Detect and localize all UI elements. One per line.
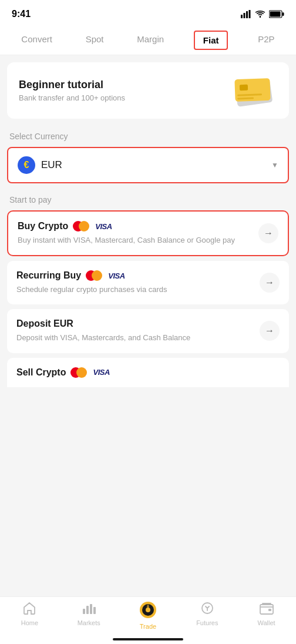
sell-crypto-title-row: Sell Crypto VISA <box>16 367 280 378</box>
recurring-arrow-right-icon: → <box>265 277 274 288</box>
markets-label: Markets <box>78 619 100 626</box>
sell-mc-circle-orange <box>76 367 87 378</box>
currency-name: EUR <box>41 159 62 171</box>
sell-mastercard-logo <box>70 367 87 378</box>
start-to-pay-label: Start to pay <box>0 190 296 208</box>
sell-crypto-card[interactable]: Sell Crypto VISA <box>7 358 289 387</box>
svg-rect-13 <box>83 609 85 614</box>
svg-point-4 <box>260 16 261 18</box>
nav-home[interactable]: Home <box>12 602 47 630</box>
wifi-icon <box>255 10 265 18</box>
buy-crypto-arrow[interactable]: → <box>258 223 278 243</box>
nav-trade[interactable]: Trade <box>130 602 166 630</box>
recurring-visa-logo: VISA <box>108 271 125 280</box>
recurring-buy-desc: Schedule regular crypto purchases via ca… <box>16 284 253 295</box>
deposit-eur-arrow[interactable]: → <box>260 321 280 341</box>
buy-crypto-desc: Buy instant with VISA, Mastercard, Cash … <box>18 235 251 246</box>
buy-crypto-left: Buy Crypto VISA Buy instant with VISA, M… <box>18 221 251 246</box>
buy-crypto-title: Buy Crypto <box>18 221 68 232</box>
wallet-label: Wallet <box>258 619 275 626</box>
deposit-eur-title-row: Deposit EUR <box>16 318 253 329</box>
banner-text: Beginner tutorial Bank transfer and 100+… <box>19 79 125 102</box>
recurring-mc-circle-orange <box>92 270 102 281</box>
nav-wallet[interactable]: Wallet <box>249 602 284 630</box>
deposit-eur-card[interactable]: Deposit EUR Deposit with VISA, Mastercar… <box>7 309 289 353</box>
svg-rect-2 <box>246 11 248 18</box>
trade-label: Trade <box>140 623 156 630</box>
deposit-eur-title: Deposit EUR <box>16 318 73 329</box>
svg-rect-1 <box>244 13 245 18</box>
status-bar: 9:41 <box>0 0 296 26</box>
svg-rect-0 <box>241 15 243 18</box>
signal-icon <box>241 10 251 18</box>
svg-rect-15 <box>90 604 92 614</box>
tab-fiat[interactable]: Fiat <box>194 31 228 50</box>
nav-tabs: Convert Spot Margin Fiat P2P <box>0 26 296 55</box>
bottom-nav: Home Markets Trade <box>0 596 296 644</box>
visa-logo: VISA <box>95 222 112 231</box>
tab-margin[interactable]: Margin <box>131 26 170 55</box>
mastercard-logo <box>73 221 89 232</box>
svg-rect-7 <box>282 12 284 16</box>
tab-convert[interactable]: Convert <box>15 26 58 55</box>
tab-spot[interactable]: Spot <box>80 26 110 55</box>
svg-rect-22 <box>268 609 271 611</box>
recurring-buy-title: Recurring Buy <box>16 270 81 281</box>
status-time: 9:41 <box>12 9 31 19</box>
deposit-arrow-right-icon: → <box>265 326 274 336</box>
banner-illustration <box>230 74 277 107</box>
currency-left: € EUR <box>18 156 62 174</box>
deposit-eur-desc: Deposit with VISA, Mastercards, and Cash… <box>16 333 253 343</box>
svg-rect-16 <box>93 607 96 614</box>
svg-rect-10 <box>240 85 248 90</box>
tab-p2p[interactable]: P2P <box>252 26 280 55</box>
futures-label: Futures <box>196 619 218 626</box>
futures-icon <box>200 602 214 617</box>
sell-crypto-left: Sell Crypto VISA <box>16 367 280 381</box>
home-indicator <box>113 638 183 640</box>
recurring-mastercard-logo <box>86 270 102 281</box>
nav-futures[interactable]: Futures <box>190 602 225 630</box>
banner-card[interactable]: Beginner tutorial Bank transfer and 100+… <box>7 62 289 119</box>
home-icon <box>22 602 36 617</box>
home-label: Home <box>21 619 38 626</box>
svg-rect-3 <box>249 10 251 18</box>
credit-card-svg <box>230 74 277 109</box>
sell-crypto-title: Sell Crypto <box>16 367 66 378</box>
status-icons <box>241 10 284 18</box>
battery-icon <box>269 10 284 18</box>
trade-icon <box>140 602 156 620</box>
svg-rect-14 <box>86 606 89 614</box>
sell-visa-logo: VISA <box>93 368 109 377</box>
select-currency-label: Select Currency <box>0 126 296 145</box>
currency-selector[interactable]: € EUR ▼ <box>7 147 289 183</box>
wallet-icon <box>260 602 274 617</box>
mc-circle-orange <box>79 221 89 232</box>
banner-subtitle: Bank transfer and 100+ options <box>19 93 125 102</box>
banner-title: Beginner tutorial <box>19 79 125 91</box>
recurring-buy-left: Recurring Buy VISA Schedule regular cryp… <box>16 270 253 295</box>
deposit-eur-left: Deposit EUR Deposit with VISA, Mastercar… <box>16 318 253 343</box>
eur-icon: € <box>18 156 35 174</box>
main-content: Beginner tutorial Bank transfer and 100+… <box>0 62 296 440</box>
svg-rect-6 <box>270 12 281 17</box>
recurring-buy-card[interactable]: Recurring Buy VISA Schedule regular cryp… <box>7 261 289 304</box>
dropdown-arrow-icon: ▼ <box>271 161 278 169</box>
recurring-buy-arrow[interactable]: → <box>260 273 280 293</box>
recurring-buy-title-row: Recurring Buy VISA <box>16 270 253 281</box>
arrow-right-icon: → <box>264 228 273 239</box>
buy-crypto-title-row: Buy Crypto VISA <box>18 221 251 232</box>
nav-markets[interactable]: Markets <box>71 602 106 630</box>
markets-icon <box>82 602 96 617</box>
buy-crypto-card[interactable]: Buy Crypto VISA Buy instant with VISA, M… <box>7 210 289 256</box>
